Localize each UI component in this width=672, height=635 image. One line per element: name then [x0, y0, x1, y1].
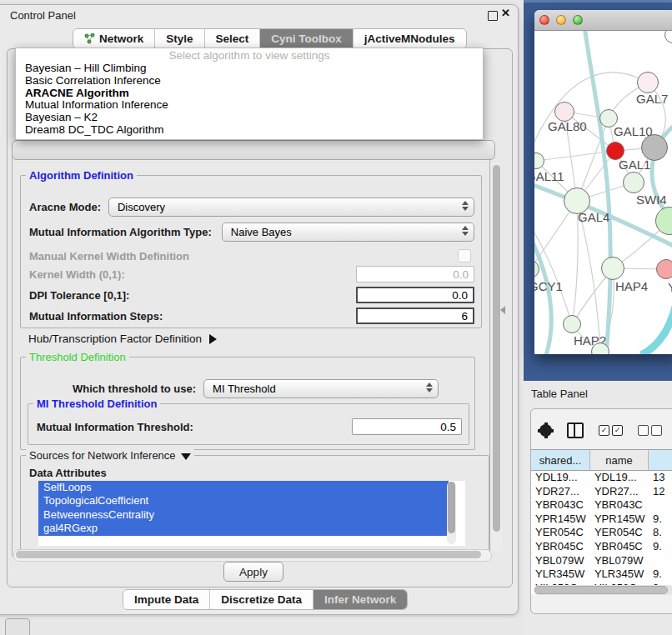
manual-kernel-checkbox[interactable] — [458, 249, 471, 262]
expand-right-icon — [209, 334, 217, 344]
algorithm-option-bayesian-k2[interactable]: Bayesian – K2 — [16, 112, 483, 124]
zoom-traffic-light[interactable] — [573, 15, 583, 25]
tab-network[interactable]: Network — [73, 29, 155, 48]
tab-label: Style — [166, 32, 193, 45]
attributes-list-scrollbar[interactable] — [447, 482, 456, 544]
tab-style[interactable]: Style — [155, 29, 204, 48]
network-view-window: GAL7GAL80GAL10GAL1GAL11GAL4SWI4GCY1HAP4Y… — [534, 10, 672, 354]
select-all-checkboxes-icon[interactable]: ✓✓ — [599, 425, 623, 436]
algorithm-definition-group: Algorithm Definition Aracne Mode: Discov… — [20, 175, 482, 328]
settings-horizontal-scrollbar[interactable] — [13, 549, 492, 562]
mi-threshold-label: Mutual Information Threshold: — [37, 421, 193, 433]
algorithm-option-mutual-information-inference[interactable]: Mutual Information Inference — [16, 99, 483, 112]
mi-type-combobox[interactable]: Naive Bayes — [222, 222, 474, 242]
table-row[interactable]: YBL079WYBL079W — [531, 554, 672, 568]
kernel-width-label: Kernel Width (0,1): — [29, 268, 125, 281]
minimize-traffic-light[interactable] — [556, 15, 566, 25]
attribute-item-topologicalcoefficient[interactable]: TopologicalCoefficient — [38, 494, 449, 508]
columns-icon[interactable] — [567, 422, 584, 438]
node-label: GAL7 — [636, 92, 668, 106]
attribute-item-betweennesscentrality[interactable]: BetweennessCentrality — [38, 508, 449, 522]
close-icon[interactable]: ✕ — [501, 7, 510, 19]
node-y[interactable] — [656, 259, 672, 279]
node-hap2[interactable] — [563, 315, 581, 333]
tab-label: Impute Data — [134, 593, 198, 606]
deselect-checkboxes-icon[interactable] — [638, 425, 662, 436]
tab-label: Network — [99, 32, 143, 45]
tab-label: Select — [216, 32, 249, 45]
tab-jactivemnodules[interactable]: jActiveMNodules — [354, 29, 466, 48]
tab-label: Infer Network — [324, 593, 396, 606]
settings-vertical-scrollbar[interactable] — [491, 162, 502, 552]
tab-discretize-data[interactable]: Discretize Data — [210, 590, 313, 609]
table-row[interactable]: YLR345WYLR345W9. — [531, 568, 672, 582]
table-header: shared...name — [531, 449, 672, 471]
table-toolbar: ✓✓ — [539, 421, 672, 440]
mi-type-label: Mutual Information Algorithm Type: — [29, 226, 212, 238]
tab-label: Discretize Data — [221, 593, 302, 606]
aracne-mode-combobox[interactable]: Discovery — [108, 198, 474, 217]
kernel-width-field[interactable] — [356, 266, 474, 282]
table-row[interactable]: YDL19...YDL19...13 — [531, 471, 672, 485]
table-row[interactable]: YBR043CYBR043C — [531, 498, 672, 512]
close-traffic-light[interactable] — [539, 15, 549, 25]
tab-infer-network[interactable]: Infer Network — [313, 590, 407, 609]
gear-icon[interactable] — [539, 424, 552, 437]
aracne-mode-label: Aracne Mode: — [29, 201, 101, 213]
table-row[interactable]: YDR27...YDR27...12 — [531, 485, 672, 499]
splitter-collapse-icon[interactable] — [500, 306, 505, 314]
attribute-item-selfloops[interactable]: SelfLoops — [38, 481, 449, 494]
tab-cyni-toolbox[interactable]: Cyni Toolbox — [260, 29, 354, 48]
tab-impute-data[interactable]: Impute Data — [123, 590, 210, 609]
algorithm-option-dream8-dc-tdc-algorithm[interactable]: Dream8 DC_TDC Algorithm — [16, 124, 483, 137]
which-threshold-combobox[interactable]: MI Threshold — [203, 379, 439, 398]
hub-definition-expander[interactable]: Hub/Transcription Factor Definition — [28, 332, 217, 345]
table-cell: YPR145W — [531, 512, 590, 527]
table-cell: YER054C — [531, 526, 590, 540]
table-cell: 8. — [649, 526, 672, 540]
table-row[interactable]: YBR045CYBR045C9. — [531, 540, 672, 554]
column-header-extra[interactable] — [649, 450, 672, 470]
apply-button[interactable]: Apply — [223, 562, 283, 582]
node-label: GAL11 — [534, 169, 564, 183]
table-row[interactable]: YER054CYER054C8. — [531, 526, 672, 540]
sources-legend[interactable]: Sources for Network Inference — [26, 449, 194, 462]
bottom-corner-button[interactable] — [5, 618, 30, 635]
algorithm-option-aracne-algorithm[interactable]: ARACNE Algorithm — [16, 88, 483, 100]
column-header-shared[interactable]: shared... — [531, 450, 590, 470]
table-cell: YBL079W — [590, 554, 649, 568]
table-cell: YBR045C — [590, 540, 649, 554]
algorithm-selector-combobox[interactable] — [12, 140, 495, 160]
algorithm-option-basic-correlation-inference[interactable]: Basic Correlation Inference — [16, 75, 483, 88]
table-cell: YLR345W — [531, 568, 590, 582]
table-cell: YDR27... — [531, 485, 590, 499]
tab-select[interactable]: Select — [205, 29, 261, 48]
mi-steps-field[interactable] — [356, 308, 474, 324]
table-cell: YDL19... — [590, 471, 649, 485]
control-panel-tabbar: NetworkStyleSelectCyni ToolboxjActiveMNo… — [73, 28, 467, 49]
dpi-tolerance-field[interactable] — [356, 287, 474, 303]
network-window-titlebar[interactable] — [534, 10, 672, 31]
node-gal7[interactable] — [637, 72, 659, 93]
mi-steps-label: Mutual Information Steps: — [29, 310, 163, 322]
table-row[interactable]: YPR145WYPR145W9. — [531, 512, 672, 527]
column-header-name[interactable]: name — [590, 450, 649, 470]
algorithm-option-bayesian-hill-climbing[interactable]: Bayesian – Hill Climbing — [16, 62, 483, 75]
node-hap4[interactable] — [601, 257, 624, 280]
table-cell: YBR043C — [531, 498, 590, 512]
network-canvas[interactable]: GAL7GAL80GAL10GAL1GAL11GAL4SWI4GCY1HAP4Y… — [534, 31, 672, 354]
table-cell: YDR27... — [590, 485, 649, 499]
table-horizontal-scrollbar[interactable] — [534, 585, 672, 595]
network-icon — [84, 33, 95, 44]
data-attributes-label: Data Attributes — [29, 467, 107, 479]
collapse-down-icon — [181, 453, 191, 460]
node-gal1[interactable] — [623, 172, 644, 193]
algorithm-dropdown-placeholder: Select algorithm to view settings — [16, 48, 483, 62]
mi-threshold-field[interactable] — [352, 418, 462, 435]
stepper-arrows-icon — [426, 382, 433, 392]
node-label: Y — [668, 280, 672, 294]
float-window-icon[interactable] — [488, 11, 498, 21]
table-cell: 9. — [649, 540, 672, 554]
attribute-item-gal4rgexp[interactable]: gal4RGexp — [38, 522, 449, 535]
dpi-tolerance-label: DPI Tolerance [0,1]: — [29, 289, 129, 302]
